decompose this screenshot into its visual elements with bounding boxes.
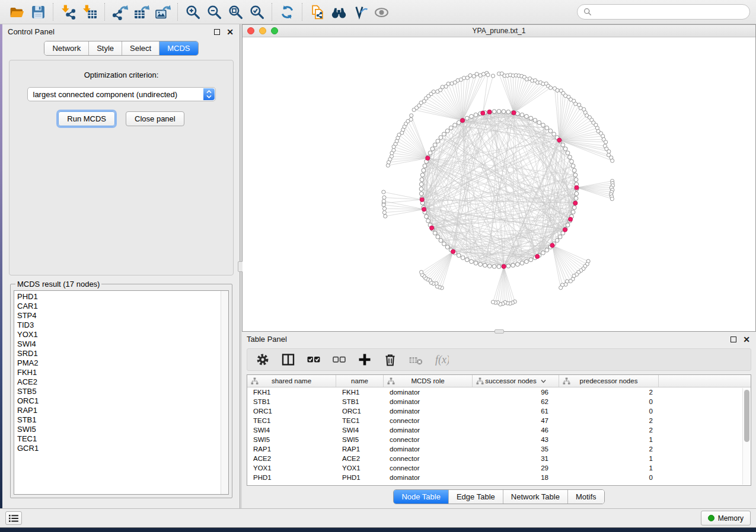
split-columns-icon[interactable] [280, 351, 296, 368]
table-cell[interactable]: TEC1 [336, 417, 384, 424]
deselect-all-icon[interactable] [331, 351, 347, 368]
delete-column-icon[interactable] [382, 351, 398, 368]
table-cell[interactable]: 1 [559, 464, 659, 472]
table-cell[interactable]: 0 [559, 474, 659, 481]
table-cell[interactable]: FKH1 [247, 389, 336, 396]
add-column-icon[interactable] [356, 351, 373, 368]
close-window-icon[interactable] [247, 27, 254, 34]
result-list-item[interactable]: PMA2 [17, 358, 228, 368]
table-cell[interactable]: PHD1 [247, 474, 336, 481]
table-cell[interactable]: SWI4 [247, 427, 336, 434]
automation-panel-button[interactable] [5, 511, 22, 525]
table-cell[interactable]: 46 [473, 427, 559, 434]
graphics-details-icon[interactable] [349, 2, 371, 21]
table-cell[interactable]: YOX1 [336, 464, 384, 472]
network-canvas[interactable] [243, 37, 755, 331]
table-cell[interactable]: RAP1 [247, 446, 336, 453]
table-cell[interactable]: 18 [473, 474, 559, 481]
search-box[interactable] [577, 4, 750, 20]
table-row[interactable]: SWI5SWI5connector431 [247, 435, 751, 444]
mcds-result-list[interactable]: PHD1CAR1STP4TID3YOX1SWI4SRD1PMA2FKH1ACE2… [14, 290, 229, 495]
table-panel-divider-grip[interactable] [495, 329, 504, 334]
table-cell[interactable]: 1 [559, 436, 659, 443]
table-row[interactable]: STB1STB1dominator620 [247, 397, 751, 406]
result-list-item[interactable]: GCR1 [17, 444, 228, 453]
birds-eye-view-icon[interactable] [371, 2, 392, 21]
table-cell[interactable]: dominator [384, 408, 473, 415]
result-list-scrollbar[interactable] [221, 291, 228, 494]
tab-network[interactable]: Network [44, 41, 89, 55]
maximize-window-icon[interactable] [271, 27, 278, 34]
search-input[interactable] [595, 8, 744, 17]
table-cell[interactable]: PHD1 [336, 474, 384, 481]
result-list-item[interactable]: ORC1 [17, 396, 228, 406]
float-table-panel-icon[interactable] [731, 336, 736, 342]
result-list-item[interactable]: SRD1 [17, 349, 228, 358]
memory-button[interactable]: Memory [701, 511, 751, 525]
table-cell[interactable]: ACE2 [247, 455, 336, 462]
column-header-name[interactable]: name [336, 375, 384, 387]
table-cell[interactable]: YOX1 [247, 464, 336, 472]
optimization-criterion-dropdown[interactable]: largest connected component (undirected) [27, 87, 216, 101]
result-list-item[interactable]: RAP1 [17, 406, 228, 415]
table-cell[interactable]: connector [384, 417, 473, 424]
table-cell[interactable]: FKH1 [336, 389, 384, 396]
tab-mcds[interactable]: MCDS [160, 41, 197, 55]
table-cell[interactable]: TEC1 [247, 417, 336, 424]
table-cell[interactable]: RAP1 [336, 446, 384, 453]
table-row[interactable]: RAP1RAP1dominator352 [247, 444, 751, 454]
table-row[interactable]: PHD1PHD1dominator180 [247, 473, 751, 482]
table-cell[interactable]: 1 [559, 455, 659, 462]
export-table-icon[interactable] [130, 2, 152, 21]
result-list-item[interactable]: TEC1 [17, 434, 228, 444]
result-list-item[interactable]: STB5 [17, 387, 228, 396]
table-scrollbar-thumb[interactable] [744, 390, 749, 442]
table-row[interactable]: TEC1TEC1connector472 [247, 416, 751, 425]
result-list-item[interactable]: FKH1 [17, 368, 228, 377]
table-cell[interactable]: 31 [473, 455, 559, 462]
table-cell[interactable]: STB1 [336, 398, 384, 405]
result-list-item[interactable]: STP4 [17, 311, 228, 321]
table-tab-motifs[interactable]: Motifs [568, 490, 604, 504]
tab-style[interactable]: Style [89, 41, 122, 55]
table-cell[interactable]: dominator [384, 389, 473, 396]
result-list-item[interactable]: YOX1 [17, 330, 228, 339]
find-icon[interactable] [328, 2, 349, 21]
table-cell[interactable]: STB1 [247, 398, 336, 405]
close-table-panel-icon[interactable]: ✕ [743, 336, 750, 342]
table-cell[interactable]: dominator [384, 474, 473, 481]
zoom-out-icon[interactable] [203, 2, 225, 21]
table-cell[interactable]: 0 [559, 408, 659, 415]
result-list-item[interactable]: PHD1 [17, 292, 228, 302]
table-cell[interactable]: 96 [473, 389, 559, 396]
table-cell[interactable]: 35 [473, 446, 559, 453]
settings-icon[interactable] [254, 351, 271, 368]
table-tab-node-table[interactable]: Node Table [394, 490, 449, 504]
table-tab-network-table[interactable]: Network Table [503, 490, 568, 504]
column-header-MCDS-role[interactable]: MCDS role [384, 375, 473, 387]
float-panel-icon[interactable] [214, 29, 220, 35]
column-header-predecessor-nodes[interactable]: predecessor nodes [559, 375, 659, 387]
zoom-in-icon[interactable] [182, 2, 203, 21]
table-cell[interactable]: 43 [473, 436, 559, 443]
select-all-icon[interactable] [305, 351, 322, 368]
column-header-shared-name[interactable]: shared name [247, 375, 336, 387]
table-cell[interactable]: 61 [473, 408, 559, 415]
zoom-selected-icon[interactable] [246, 2, 267, 21]
table-row[interactable]: YOX1YOX1connector291 [247, 463, 751, 473]
open-file-icon[interactable] [6, 2, 27, 21]
column-header-successor-nodes[interactable]: successor nodes [473, 375, 559, 387]
table-cell[interactable]: ORC1 [336, 408, 384, 415]
import-table-icon[interactable] [79, 2, 100, 21]
table-cell[interactable]: ORC1 [247, 408, 336, 415]
table-row[interactable]: ORC1ORC1dominator610 [247, 406, 751, 416]
minimize-window-icon[interactable] [259, 27, 266, 34]
table-cell[interactable]: dominator [384, 446, 473, 453]
table-scrollbar[interactable] [742, 388, 750, 485]
table-cell[interactable]: dominator [384, 427, 473, 434]
table-row[interactable]: SWI4SWI4dominator462 [247, 425, 751, 435]
apply-layout-icon[interactable] [276, 2, 298, 21]
close-panel-button[interactable]: Close panel [126, 111, 184, 126]
table-cell[interactable]: 62 [473, 398, 559, 405]
table-row[interactable]: FKH1FKH1dominator962 [247, 387, 751, 397]
